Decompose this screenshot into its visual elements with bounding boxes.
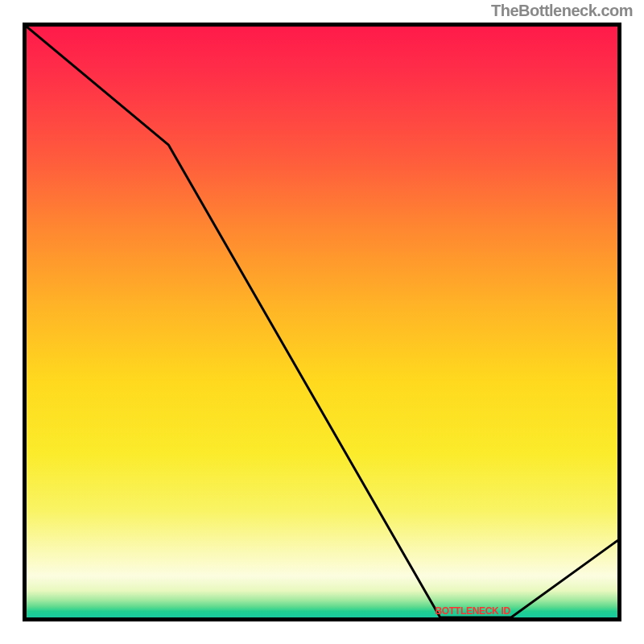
chart-frame: BOTTLENECK ID <box>23 23 621 621</box>
attribution-text: TheBottleneck.com <box>491 2 633 20</box>
bottleneck-line <box>27 27 617 617</box>
plot-area: BOTTLENECK ID <box>27 27 617 617</box>
bottleneck-label: BOTTLENECK ID <box>435 605 510 617</box>
